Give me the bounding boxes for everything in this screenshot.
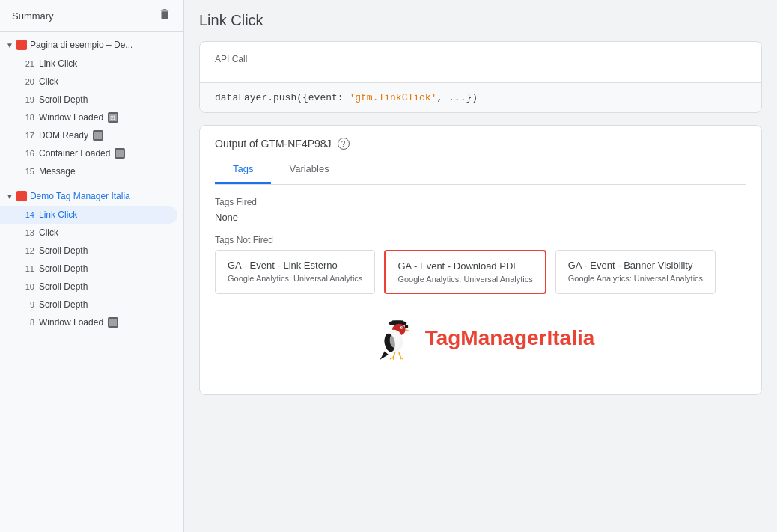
- svg-rect-6: [392, 320, 403, 322]
- help-icon[interactable]: ?: [338, 138, 350, 150]
- logo-text-red: Italia: [547, 326, 595, 349]
- svg-text:⊡: ⊡: [110, 114, 115, 121]
- item-num: 16: [21, 149, 34, 158]
- group1-header[interactable]: ▼ Pagina di esempio – De...: [0, 35, 183, 55]
- item-num: 13: [21, 228, 34, 237]
- api-call-card: API Call dataLayer.push({event: 'gtm.lin…: [199, 41, 762, 113]
- svg-line-17: [399, 352, 401, 358]
- item-num: 17: [21, 131, 34, 140]
- tag-card-link-esterno[interactable]: GA - Event - Link Esterno Google Analyti…: [215, 250, 375, 294]
- group1-label: Pagina di esempio – De...: [30, 40, 132, 50]
- item-label: Scroll Depth: [39, 281, 88, 292]
- item-label: Window Loaded: [39, 112, 103, 123]
- svg-rect-3: [116, 150, 124, 157]
- group1-icon: [16, 40, 27, 50]
- code-suffix: , ...}): [436, 92, 478, 103]
- code-string: 'gtm.linkClick': [349, 92, 436, 103]
- tags-fired-value: None: [215, 212, 746, 223]
- item-num: 20: [21, 77, 34, 86]
- bird-logo-icon: [367, 312, 419, 364]
- tag-card-banner-visibility[interactable]: GA - Event - Banner Visibility Google An…: [555, 250, 716, 294]
- sidebar-item-14-link-click[interactable]: 14 Link Click: [0, 206, 177, 224]
- sidebar-item-13-click[interactable]: 13 Click: [0, 224, 177, 242]
- item-num: 14: [21, 210, 34, 219]
- tabs-container: Tags Variables: [215, 156, 746, 185]
- item-num: 21: [21, 59, 34, 68]
- sidebar-item-10-scroll[interactable]: 10 Scroll Depth: [0, 278, 177, 296]
- item-num: 11: [21, 264, 34, 273]
- item-label: Link Click: [39, 58, 77, 69]
- group2-arrow: ▼: [6, 192, 13, 201]
- tag-type: Google Analytics: Universal Analytics: [228, 274, 362, 283]
- item-label: Window Loaded: [39, 317, 103, 328]
- sidebar-item-9-scroll[interactable]: 9 Scroll Depth: [0, 296, 177, 314]
- svg-point-11: [401, 327, 403, 328]
- group1-arrow: ▼: [6, 41, 13, 49]
- delete-icon[interactable]: [158, 7, 171, 24]
- main-content: Link Click API Call dataLayer.push({even…: [184, 0, 777, 532]
- item-num: 19: [21, 95, 34, 104]
- svg-line-18: [389, 358, 392, 359]
- sidebar-item-20-click[interactable]: 20 Click: [0, 73, 177, 91]
- item-num: 9: [21, 300, 34, 309]
- item-label: Scroll Depth: [39, 263, 88, 274]
- item-num: 18: [21, 113, 34, 122]
- item-num: 12: [21, 246, 34, 255]
- tag-name: GA - Event - Banner Visibility: [568, 260, 703, 271]
- sidebar-group-1: ▼ Pagina di esempio – De... 21 Link Clic…: [0, 32, 183, 183]
- svg-line-19: [393, 358, 394, 360]
- tag-name: GA - Event - Link Esterno: [228, 260, 362, 271]
- svg-rect-8: [404, 325, 407, 328]
- sidebar-item-11-scroll[interactable]: 11 Scroll Depth: [0, 260, 177, 278]
- tag-name: GA - Event - Download PDF: [397, 260, 532, 272]
- group2-header[interactable]: ▼ Demo Tag Manager Italia: [0, 186, 183, 206]
- logo-text: TagManagerItalia: [425, 326, 595, 350]
- output-card: Output of GTM-NF4P98J ? Tags Variables T…: [199, 125, 762, 395]
- item-label: Click: [39, 76, 58, 87]
- svg-marker-15: [380, 352, 388, 360]
- item-num: 10: [21, 282, 34, 291]
- tab-content: Tags Fired None Tags Not Fired GA - Even…: [200, 185, 761, 394]
- tags-not-fired-label: Tags Not Fired: [215, 235, 746, 245]
- api-call-header: API Call: [200, 42, 761, 82]
- sidebar-item-12-scroll[interactable]: 12 Scroll Depth: [0, 242, 177, 260]
- sidebar-item-19-scroll[interactable]: 19 Scroll Depth: [0, 91, 177, 108]
- code-prefix: dataLayer.push({event:: [215, 92, 349, 103]
- api-call-label: API Call: [215, 54, 746, 64]
- svg-line-16: [393, 352, 395, 358]
- api-call-code: dataLayer.push({event: 'gtm.linkClick', …: [200, 82, 761, 112]
- sidebar-item-17-dom[interactable]: 17 DOM Ready: [0, 126, 177, 144]
- sidebar-item-16-container[interactable]: 16 Container Loaded: [0, 144, 177, 162]
- svg-point-22: [389, 332, 400, 348]
- tab-variables[interactable]: Variables: [271, 156, 347, 184]
- sidebar-group-2: ▼ Demo Tag Manager Italia 14 Link Click …: [0, 183, 183, 334]
- output-header: Output of GTM-NF4P98J ?: [200, 126, 761, 150]
- page-title: Link Click: [199, 12, 762, 29]
- tag-type: Google Analytics: Universal Analytics: [397, 275, 532, 284]
- svg-rect-4: [109, 319, 117, 326]
- item-label: Link Click: [39, 210, 77, 220]
- tags-fired-label: Tags Fired: [215, 197, 746, 207]
- item-label: Container Loaded: [39, 148, 110, 159]
- tag-card-download-pdf[interactable]: GA - Event - Download PDF Google Analyti…: [384, 250, 546, 294]
- sidebar-item-8-window[interactable]: 8 Window Loaded: [0, 314, 177, 331]
- badge-icon: [108, 317, 118, 328]
- svg-rect-2: [94, 132, 102, 139]
- logo-area: TagManagerItalia: [215, 294, 746, 382]
- sidebar-item-18-window[interactable]: 18 Window Loaded ⊡: [0, 108, 177, 126]
- tab-tags[interactable]: Tags: [215, 156, 271, 184]
- group2-icon: [16, 191, 27, 201]
- badge-icon: [115, 148, 125, 159]
- badge-icon: ⊡: [108, 112, 118, 123]
- item-num: 15: [21, 167, 34, 176]
- item-label: DOM Ready: [39, 130, 88, 141]
- item-label: Message: [39, 166, 76, 177]
- item-label: Click: [39, 227, 58, 238]
- sidebar-item-15-message[interactable]: 15 Message: [0, 162, 177, 180]
- sidebar-item-21-link-click[interactable]: 21 Link Click: [0, 55, 177, 73]
- item-label: Scroll Depth: [39, 299, 88, 310]
- item-num: 8: [21, 318, 34, 327]
- tags-grid: GA - Event - Link Esterno Google Analyti…: [215, 250, 746, 294]
- sidebar-title: Summary: [12, 10, 54, 22]
- group2-label: Demo Tag Manager Italia: [30, 191, 130, 201]
